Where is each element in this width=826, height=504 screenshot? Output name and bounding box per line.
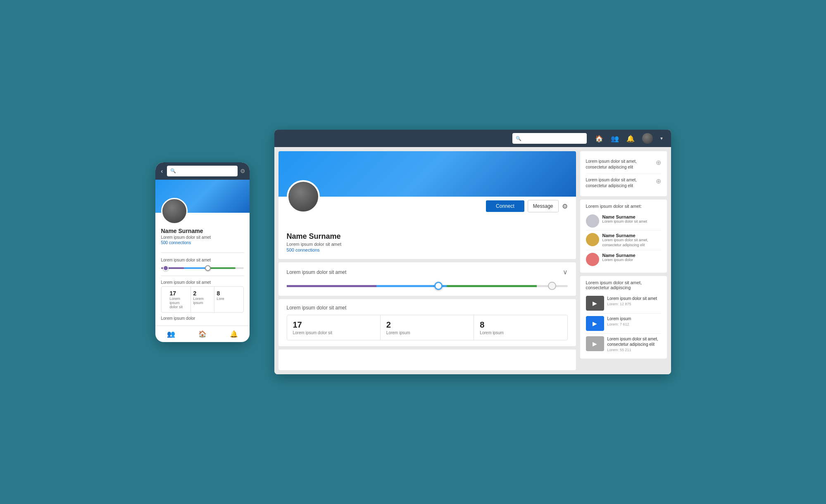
sidebar-video-title-2: Lorem ipsum dolor sit amet, consectetur … [607, 336, 661, 347]
mobile-stats-label: Lorem ipsum dolor sit amet [155, 279, 250, 286]
profile-cover-photo [279, 151, 576, 197]
desktop-people-icon[interactable]: 👥 [611, 135, 619, 143]
mobile-stat-label-1: Lorem ipsum [193, 297, 212, 305]
slider-fill-green [447, 285, 537, 287]
mobile-slider-container [155, 264, 250, 272]
mobile-connections[interactable]: 500 connections [161, 240, 244, 245]
sidebar-plus-icon-1[interactable]: ⊕ [656, 177, 661, 185]
mobile-gear-icon[interactable]: ⚙ [240, 168, 245, 174]
slider-thumb-end[interactable] [548, 282, 556, 290]
mobile-divider-1 [161, 252, 244, 253]
sidebar-person-info-1: Name Surname Lorem ipsum dolor sit amet,… [602, 233, 661, 247]
mobile-nav-people[interactable]: 👥 [155, 326, 187, 342]
desktop-main: Connect Message ⚙ Name Surname Lorem ips… [274, 147, 580, 374]
slider-header: Lorem ipsum dolor sit amet ∨ [287, 268, 568, 276]
sidebar-link-text-1: Lorem ipsum dolor sit amet, consectetur … [586, 177, 653, 189]
desktop-home-icon[interactable]: 🏠 [595, 135, 603, 143]
message-button[interactable]: Message [528, 200, 559, 212]
mobile-topbar: ‹ 🔍 ⚙ [155, 162, 250, 180]
slider-label: Lorem ipsum dolor sit amet [287, 269, 347, 275]
sidebar-person-desc-1: Lorem ipsum dolor sit amet, consectetur … [602, 238, 661, 247]
profile-connections[interactable]: 500 connections [287, 247, 568, 252]
stat-label-0: Lorem ipsum dolor sit [293, 330, 374, 335]
sidebar-person-desc-0: Lorem ipsum dolor sit amet [602, 219, 661, 224]
sidebar-videos-card: Lorem ipsum dolor sit amet, consectetur … [580, 276, 667, 359]
stat-number-2: 8 [480, 320, 561, 330]
sidebar-person-item-2: Name Surname Lorem ipsum dolor [586, 250, 661, 269]
sidebar-video-title-0: Lorem ipsum dolor sit amet [607, 296, 661, 301]
sidebar-video-info-2: Lorem ipsum dolor sit amet, consectetur … [607, 336, 661, 352]
sidebar-people-title: Lorem ipsum dolor sit amet: [586, 204, 661, 209]
stat-cell-1: 2 Lorem ipsum [381, 315, 474, 340]
mobile-nav-home[interactable]: 🏠 [187, 326, 218, 342]
profile-gear-button[interactable]: ⚙ [562, 202, 568, 210]
sidebar-person-info-2: Name Surname Lorem ipsum dolor [602, 253, 661, 263]
stat-label-2: Lorem ipsum [480, 330, 561, 335]
profile-avatar [287, 180, 320, 213]
desktop-search-icon: 🔍 [516, 136, 521, 141]
mobile-nav-bell[interactable]: 🔔 [218, 326, 250, 342]
sidebar-person-item-0: Name Surname Lorem ipsum dolor sit amet [586, 212, 661, 231]
mobile-bottom-nav: 👥 🏠 🔔 [155, 326, 250, 342]
sidebar-video-thumb-2[interactable]: ▶ [586, 336, 604, 351]
sidebar-video-count-1: Lorem: 7 612 [607, 322, 661, 326]
slider-chevron-icon[interactable]: ∨ [563, 268, 568, 276]
profile-actions: Connect Message ⚙ [287, 197, 568, 212]
sidebar-videos-title: Lorem ipsum dolor sit amet, consectetur … [586, 280, 661, 290]
mobile-stat-number-1: 2 [193, 290, 212, 297]
stat-cell-0: 17 Lorem ipsum dolor sit [287, 315, 381, 340]
sidebar-video-info-0: Lorem ipsum dolor sit amet Lorem: 12 875 [607, 296, 661, 306]
desktop-bell-icon[interactable]: 🔔 [626, 135, 635, 143]
sidebar-person-avatar-1 [586, 233, 599, 246]
stats-row: 17 Lorem ipsum dolor sit 2 Lorem ipsum 8… [287, 315, 568, 340]
desktop-search-bar[interactable]: 🔍 [512, 133, 587, 144]
slider-track[interactable] [287, 285, 568, 287]
mobile-divider-2 [161, 276, 244, 276]
slider-card: Lorem ipsum dolor sit amet ∨ [279, 262, 576, 296]
profile-subtitle: Lorem ipsum dolor sit amet [287, 242, 568, 247]
sidebar-person-avatar-2 [586, 253, 599, 266]
mobile-profile-title: Lorem ipsum dolor sit amet [161, 235, 244, 240]
mobile-search-bar[interactable]: 🔍 [167, 166, 237, 176]
desktop-sidebar: Lorem ipsum dolor sit amet, consectetur … [580, 147, 671, 374]
desktop-topbar: 🔍 🏠 👥 🔔 ▾ [274, 130, 671, 147]
sidebar-people-card: Lorem ipsum dolor sit amet: Name Surname… [580, 200, 667, 273]
slider-thumb-main[interactable] [434, 282, 443, 290]
mobile-profile-name: Name Surname [161, 228, 244, 234]
stat-cell-2: 8 Lorem ipsum [474, 315, 567, 340]
mobile-stat-number-0: 17 [170, 290, 188, 297]
profile-body: Connect Message ⚙ Name Surname Lorem ips… [279, 197, 576, 259]
sidebar-video-thumb-1[interactable]: ▶ [586, 316, 604, 331]
stats-section-label: Lorem ipsum dolor sit amet [287, 305, 568, 311]
sidebar-person-name-1: Name Surname [602, 233, 661, 238]
mobile-mockup: ‹ 🔍 ⚙ Name Surname Lorem ipsum dolor sit… [155, 162, 250, 342]
mobile-slider-track[interactable] [161, 267, 244, 269]
mobile-slider-label: Lorem ipsum dolor sit amet [155, 256, 250, 264]
mobile-stat-number-2: 8 [217, 290, 235, 297]
mobile-slider-thumb-left[interactable] [163, 265, 169, 271]
desktop-search-input[interactable] [523, 136, 583, 141]
sidebar-person-name-2: Name Surname [602, 253, 661, 258]
desktop-user-avatar[interactable] [642, 133, 653, 144]
sidebar-video-thumb-0[interactable]: ▶ [586, 296, 604, 311]
stat-number-0: 17 [293, 320, 374, 330]
sidebar-list-item-0: Lorem ipsum dolor sit amet, consectetur … [586, 155, 661, 174]
desktop-chevron-icon[interactable]: ▾ [660, 136, 663, 141]
sidebar-plus-icon-0[interactable]: ⊕ [656, 159, 661, 166]
mobile-stats-row: 17 Lorem ipsum dolor sit 2 Lorem ipsum 8… [161, 286, 244, 313]
mobile-cover-photo [155, 180, 250, 213]
sidebar-person-desc-2: Lorem ipsum dolor [602, 258, 661, 263]
sidebar-video-info-1: Lorem ipsum Lorem: 7 612 [607, 316, 661, 326]
empty-card [279, 349, 576, 370]
mobile-back-button[interactable]: ‹ [159, 167, 165, 175]
mobile-avatar [161, 198, 188, 224]
mobile-slider-thumb-right[interactable] [205, 265, 211, 271]
connect-button[interactable]: Connect [486, 200, 524, 212]
stat-label-1: Lorem ipsum [386, 330, 468, 335]
sidebar-link-text-0: Lorem ipsum dolor sit amet, consectetur … [586, 159, 653, 170]
mobile-slider-fill-mid [184, 267, 207, 269]
mobile-slider-fill-right [207, 267, 236, 269]
slider-fill-purple [287, 285, 377, 287]
desktop-mockup: 🔍 🏠 👥 🔔 ▾ Conn [274, 130, 671, 374]
mobile-search-input[interactable] [178, 169, 234, 174]
